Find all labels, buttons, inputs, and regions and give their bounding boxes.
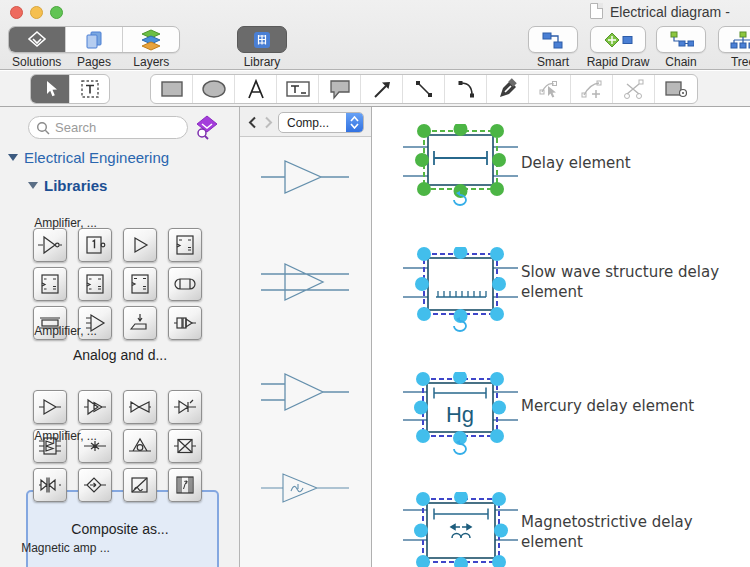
lib-icon-dq-flipflop[interactable] bbox=[123, 267, 157, 301]
library-label-analog[interactable]: Analog and d... bbox=[0, 347, 240, 363]
shape-amplifier-3[interactable] bbox=[261, 370, 351, 414]
connector-shape-tool-button[interactable] bbox=[655, 75, 697, 103]
pages-label: Pages bbox=[65, 55, 122, 69]
lib-icon-attenuator[interactable] bbox=[123, 390, 157, 424]
view-segment-labels: Solutions Pages Layers bbox=[8, 55, 180, 69]
layers-icon bbox=[138, 29, 164, 51]
lib-icon-buffer[interactable] bbox=[123, 228, 157, 262]
tree-item-libraries[interactable]: Libraries bbox=[28, 177, 107, 194]
element-label-magnetostrictive: Magnetostrictive delay element bbox=[521, 512, 721, 552]
lib-icon-mixer-box[interactable] bbox=[168, 429, 202, 463]
shape-label-amplifier-1[interactable]: Amplifier, ... bbox=[0, 216, 131, 230]
arrow-tool-button[interactable] bbox=[361, 75, 403, 103]
line-icon bbox=[413, 78, 435, 100]
text-tool-button[interactable] bbox=[235, 75, 277, 103]
callout-tool-button[interactable] bbox=[319, 75, 361, 103]
close-window-button[interactable] bbox=[10, 6, 23, 19]
textbox-icon bbox=[285, 79, 311, 99]
shape-amplifier-1[interactable] bbox=[261, 155, 351, 199]
lib-icon-facing-triangles[interactable] bbox=[33, 468, 67, 502]
rapid-draw-icon bbox=[603, 31, 633, 49]
shape-label-amplifier-3[interactable]: Amplifier, ... bbox=[0, 429, 131, 443]
reshape-icon bbox=[538, 78, 562, 100]
shape-label-magnetic-amplifier[interactable]: Magnetic amp ... bbox=[0, 541, 131, 555]
library-button[interactable] bbox=[237, 26, 287, 53]
zoom-window-button[interactable] bbox=[50, 6, 63, 19]
selection-tool-group bbox=[30, 74, 110, 104]
layers-label: Layers bbox=[123, 55, 180, 69]
text-select-icon bbox=[79, 78, 101, 100]
smart-button[interactable] bbox=[528, 26, 578, 53]
tree-label: Tree bbox=[712, 55, 750, 69]
chain-icon bbox=[668, 31, 694, 49]
element-label-mercury: Mercury delay element bbox=[521, 396, 694, 416]
ellipse-tool-button[interactable] bbox=[193, 75, 235, 103]
library-dropdown-value: Comp... bbox=[279, 116, 346, 130]
lib-icon-double-amplifier[interactable] bbox=[78, 390, 112, 424]
disclosure-triangle-icon[interactable] bbox=[28, 182, 38, 189]
library-preview-composite[interactable] bbox=[33, 390, 202, 502]
layers-button[interactable] bbox=[123, 27, 179, 52]
arc-icon bbox=[455, 78, 477, 100]
line-tool-button[interactable] bbox=[403, 75, 445, 103]
search-box[interactable] bbox=[28, 116, 188, 139]
rectangle-icon bbox=[160, 80, 184, 98]
lib-icon-dl-flipflop[interactable] bbox=[78, 267, 112, 301]
canvas-element-magnetostrictive[interactable] bbox=[400, 492, 522, 567]
chain-button[interactable] bbox=[656, 26, 706, 53]
lib-icon-amplifier[interactable] bbox=[33, 390, 67, 424]
drawing-toolbar bbox=[0, 71, 750, 107]
shape-amplifier-2[interactable] bbox=[261, 260, 351, 304]
solution-browser-icon[interactable] bbox=[194, 114, 220, 140]
split-tool-button[interactable] bbox=[613, 75, 655, 103]
library-dropdown[interactable]: Comp... bbox=[278, 112, 364, 133]
view-segmented-control bbox=[8, 26, 180, 53]
forward-icon bbox=[264, 116, 273, 129]
smart-icon bbox=[540, 31, 566, 49]
lib-icon-capsule[interactable] bbox=[168, 267, 202, 301]
title-toolbar: Electrical diagram - bbox=[0, 0, 750, 70]
rapid-draw-button[interactable] bbox=[590, 26, 646, 53]
disclosure-triangle-icon[interactable] bbox=[8, 154, 18, 161]
rectangle-tool-button[interactable] bbox=[151, 75, 193, 103]
lib-icon-box-modulator[interactable] bbox=[123, 468, 157, 502]
reshape-tool-button[interactable] bbox=[529, 75, 571, 103]
lib-icon-logic-one[interactable] bbox=[78, 228, 112, 262]
select-tool-button[interactable] bbox=[31, 75, 70, 103]
tree-child-label[interactable]: Libraries bbox=[44, 177, 107, 194]
pointer-icon bbox=[41, 79, 59, 99]
forward-button[interactable] bbox=[261, 114, 275, 130]
lib-icon-inverter[interactable] bbox=[33, 228, 67, 262]
text-tool-icon bbox=[245, 78, 267, 100]
lib-icon-diode-element[interactable] bbox=[168, 390, 202, 424]
library-panel-header: Comp... bbox=[240, 107, 371, 137]
canvas-element-mercury[interactable]: Hg bbox=[400, 372, 522, 462]
connector-shape-icon bbox=[663, 78, 689, 100]
tree-button[interactable] bbox=[718, 26, 750, 53]
pen-tool-button[interactable] bbox=[487, 75, 529, 103]
search-input[interactable] bbox=[55, 118, 183, 137]
lib-icon-delay-box[interactable] bbox=[168, 468, 202, 502]
pages-button[interactable] bbox=[66, 27, 123, 52]
lib-icon-jk-flipflop[interactable] bbox=[33, 267, 67, 301]
lib-icon-sr-flipflop[interactable] bbox=[168, 228, 202, 262]
arc-tool-button[interactable] bbox=[445, 75, 487, 103]
add-node-tool-button[interactable] bbox=[571, 75, 613, 103]
element-label-delay: Delay element bbox=[521, 153, 631, 173]
pages-icon bbox=[83, 30, 105, 50]
tree-item-electrical-engineering[interactable]: Electrical Engineering bbox=[8, 149, 169, 166]
lib-icon-diamond-arrow[interactable] bbox=[78, 468, 112, 502]
back-button[interactable] bbox=[245, 114, 259, 130]
pen-icon bbox=[497, 78, 519, 100]
text-select-tool-button[interactable] bbox=[70, 75, 109, 103]
minimize-window-button[interactable] bbox=[30, 6, 43, 19]
lib-icon-transducer[interactable] bbox=[168, 306, 202, 340]
textbox-tool-button[interactable] bbox=[277, 75, 319, 103]
tree-root-label[interactable]: Electrical Engineering bbox=[24, 149, 169, 166]
solutions-button[interactable] bbox=[9, 27, 66, 52]
shape-magnetic-amplifier[interactable] bbox=[261, 466, 351, 510]
canvas-element-delay[interactable] bbox=[400, 124, 522, 212]
library-label-composite[interactable]: Composite as... bbox=[0, 521, 240, 537]
shape-label-amplifier-2[interactable]: Amplifier, ... bbox=[0, 324, 131, 338]
canvas-element-slow-wave[interactable] bbox=[400, 247, 522, 337]
